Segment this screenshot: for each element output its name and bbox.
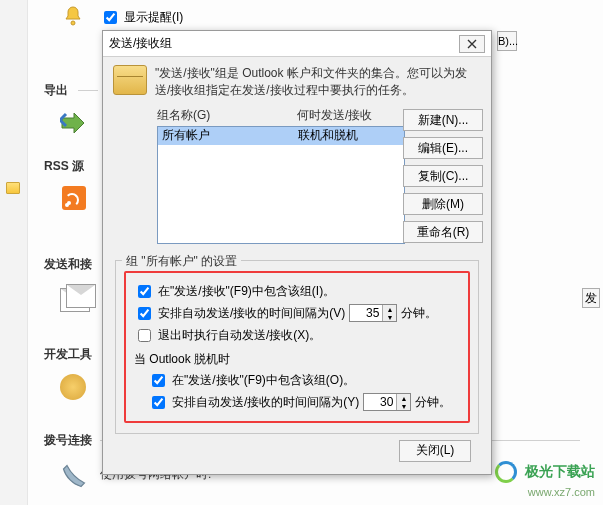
include-offline-label: 在"发送/接收"(F9)中包含该组(O)。 bbox=[172, 372, 355, 389]
send-receive-groups-dialog: 发送/接收组 "发送/接收"组是 Outlook 帐户和文件夹的集合。您可以为发… bbox=[102, 30, 492, 475]
interval-online-input[interactable] bbox=[350, 305, 382, 321]
dialog-description: "发送/接收"组是 Outlook 帐户和文件夹的集合。您可以为发送/接收组指定… bbox=[155, 65, 481, 99]
include-offline-checkbox[interactable] bbox=[152, 374, 165, 387]
envelopes-icon bbox=[60, 284, 92, 312]
gear-icon bbox=[60, 374, 92, 402]
watermark-logo-icon bbox=[495, 461, 517, 483]
rule bbox=[78, 90, 98, 91]
group-row-name: 所有帐户 bbox=[162, 127, 298, 144]
side-send-button[interactable]: 发 bbox=[582, 288, 600, 308]
group-settings-title: 组 "所有帐户" 的设置 bbox=[122, 253, 241, 270]
offline-heading: 当 Outlook 脱机时 bbox=[134, 351, 460, 368]
dialog-body: "发送/接收"组是 Outlook 帐户和文件夹的集合。您可以为发送/接收组指定… bbox=[103, 57, 491, 468]
briefcase-icon bbox=[113, 65, 147, 95]
left-strip bbox=[0, 0, 28, 505]
close-button[interactable] bbox=[459, 35, 485, 53]
rename-button[interactable]: 重命名(R) bbox=[403, 221, 483, 243]
on-exit-label: 退出时执行自动发送/接收(X)。 bbox=[158, 327, 321, 344]
highlight-box: 在"发送/接收"(F9)中包含该组(I)。 安排自动发送/接收的时间间隔为(V)… bbox=[124, 271, 470, 423]
partial-button[interactable]: B)... bbox=[497, 31, 517, 51]
show-reminder-row: 显示提醒(I) bbox=[100, 8, 183, 27]
watermark: 极光下载站 www.xz7.com bbox=[495, 461, 595, 499]
section-export: 导出 bbox=[44, 82, 68, 99]
include-online-checkbox[interactable] bbox=[138, 285, 151, 298]
folder-icon bbox=[6, 182, 20, 194]
section-sendrecv: 发送和接 bbox=[44, 256, 92, 273]
schedule-offline-checkbox[interactable] bbox=[152, 396, 165, 409]
close-icon bbox=[467, 39, 477, 49]
spin-down-icon[interactable]: ▼ bbox=[383, 313, 396, 321]
include-online-label: 在"发送/接收"(F9)中包含该组(I)。 bbox=[158, 283, 335, 300]
export-arrow-icon bbox=[60, 110, 92, 138]
schedule-online-label: 安排自动发送/接收的时间间隔为(V) bbox=[158, 305, 345, 322]
minutes-label-2: 分钟。 bbox=[415, 394, 451, 411]
rss-icon bbox=[62, 186, 86, 210]
group-row-selected[interactable]: 所有帐户 联机和脱机 bbox=[158, 127, 404, 145]
section-devtools: 开发工具 bbox=[44, 346, 92, 363]
copy-button[interactable]: 复制(C)... bbox=[403, 165, 483, 187]
watermark-name: 极光下载站 bbox=[525, 463, 595, 479]
phone-icon bbox=[60, 462, 92, 490]
group-settings-box: 组 "所有帐户" 的设置 在"发送/接收"(F9)中包含该组(I)。 安排自动发… bbox=[115, 260, 479, 434]
group-row-when: 联机和脱机 bbox=[298, 127, 358, 144]
interval-offline-spinner[interactable]: ▲▼ bbox=[363, 393, 411, 411]
bell-icon bbox=[60, 4, 86, 28]
show-reminder-label: 显示提醒(I) bbox=[124, 9, 183, 26]
svg-point-0 bbox=[71, 21, 75, 25]
section-dial: 拨号连接 bbox=[44, 432, 92, 449]
edit-button[interactable]: 编辑(E)... bbox=[403, 137, 483, 159]
on-exit-checkbox[interactable] bbox=[138, 329, 151, 342]
spin-down-icon[interactable]: ▼ bbox=[397, 402, 410, 410]
minutes-label-1: 分钟。 bbox=[401, 305, 437, 322]
show-reminder-checkbox[interactable] bbox=[104, 11, 117, 24]
section-rss: RSS 源 bbox=[44, 158, 84, 175]
schedule-offline-label: 安排自动发送/接收的时间间隔为(Y) bbox=[172, 394, 359, 411]
remove-button[interactable]: 删除(M) bbox=[403, 193, 483, 215]
interval-offline-input[interactable] bbox=[364, 394, 396, 410]
col-group-name: 组名称(G) bbox=[157, 107, 297, 124]
close-dialog-button[interactable]: 关闭(L) bbox=[399, 440, 471, 462]
dialog-title: 发送/接收组 bbox=[109, 35, 459, 52]
group-buttons: 新建(N)... 编辑(E)... 复制(C)... 删除(M) 重命名(R) bbox=[403, 109, 483, 243]
interval-online-spinner[interactable]: ▲▼ bbox=[349, 304, 397, 322]
watermark-url: www.xz7.com bbox=[528, 486, 595, 498]
spin-up-icon[interactable]: ▲ bbox=[397, 394, 410, 402]
new-button[interactable]: 新建(N)... bbox=[403, 109, 483, 131]
dialog-titlebar: 发送/接收组 bbox=[103, 31, 491, 57]
schedule-online-checkbox[interactable] bbox=[138, 307, 151, 320]
groups-listbox[interactable]: 所有帐户 联机和脱机 bbox=[157, 126, 405, 244]
spin-up-icon[interactable]: ▲ bbox=[383, 305, 396, 313]
